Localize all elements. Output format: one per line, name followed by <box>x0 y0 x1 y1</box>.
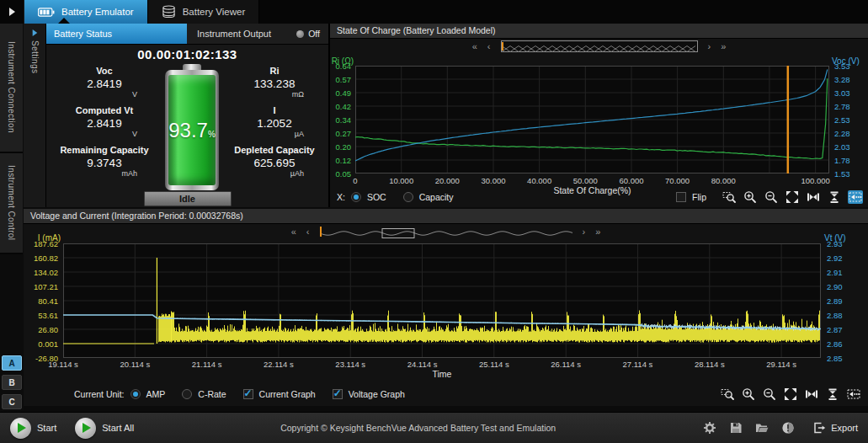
top-tab-bar: Battery Emulator Battery Viewer <box>0 0 868 24</box>
output-toggle[interactable]: Off <box>296 24 328 44</box>
amp-radio-label[interactable]: AMP <box>146 389 166 399</box>
export-button[interactable]: Export <box>812 420 858 435</box>
y-tick-label: 2.78 <box>834 102 850 111</box>
metric-label: Remaining Capacity <box>48 144 161 157</box>
scroll-far-left-icon[interactable] <box>291 227 296 236</box>
y-tick-label: 2.88 <box>827 311 843 320</box>
settings-gear-icon[interactable] <box>702 420 717 435</box>
scroll-right-icon[interactable] <box>583 227 586 236</box>
y-tick-label: 0.49 <box>336 88 352 98</box>
box-zoom-icon[interactable] <box>722 190 737 204</box>
amp-radio[interactable] <box>130 389 141 399</box>
y-tick-label: 26.80 <box>38 325 58 334</box>
soc-overview-box[interactable] <box>501 40 698 52</box>
x-tick-label: 27.114 s <box>623 360 653 369</box>
start-button[interactable]: Start <box>10 418 56 439</box>
metric-voc: Voc 2.8419 V <box>48 65 161 99</box>
soc-controls: X: SOC Capacity Flip <box>337 189 863 205</box>
fit-vertical-icon[interactable] <box>827 190 842 204</box>
soc-radio[interactable] <box>351 192 361 202</box>
fit-horizontal-icon[interactable] <box>806 190 821 204</box>
scroll-right-icon[interactable] <box>708 42 711 51</box>
zoom-in-icon[interactable] <box>743 190 758 204</box>
x-tick-label: 25.114 s <box>479 360 509 369</box>
fit-horizontal-icon[interactable] <box>804 387 819 401</box>
sidebar-item-instrument-connection[interactable]: Instrument Connection <box>0 24 23 153</box>
notifications-icon[interactable] <box>780 420 796 435</box>
metric-label: I <box>221 104 327 117</box>
metric-unit: µAh <box>221 170 327 178</box>
x-tick-label: 20.114 s <box>120 360 150 369</box>
y-tick-label: 0.05 <box>336 169 352 179</box>
x-tick-label: 21.114 s <box>192 360 222 369</box>
auto-scroll-icon[interactable] <box>848 190 863 204</box>
vc-x-axis-title: Time <box>63 369 821 379</box>
x-tick-label: 50.000 <box>573 176 598 185</box>
y-tick-label: 134.02 <box>34 268 58 277</box>
y-tick-label: 2.85 <box>827 354 843 363</box>
vc-plot[interactable] <box>63 243 821 358</box>
metric-value: 1.2052 <box>221 117 327 131</box>
copyright-text: Copyright © Keysight BenchVue Advanced B… <box>134 423 702 433</box>
vc-overview-wave[interactable] <box>320 227 572 237</box>
x-tick-label: 80.000 <box>711 176 736 185</box>
x-tick-label: 22.114 s <box>264 360 294 369</box>
scroll-far-right-icon[interactable] <box>721 42 726 51</box>
metric-label: Depleted Capacity <box>221 144 327 157</box>
zoom-in-icon[interactable] <box>741 387 756 401</box>
save-icon[interactable] <box>728 420 743 435</box>
flip-checkbox-label[interactable]: Flip <box>692 192 706 202</box>
scroll-left-icon[interactable] <box>487 42 491 51</box>
metric-remaining-capacity: Remaining Capacity 9.3743 mAh <box>48 144 161 178</box>
sidebar-item-instrument-control[interactable]: Instrument Control <box>0 153 23 254</box>
fit-all-icon[interactable] <box>785 190 800 204</box>
settings-collapsed-strip[interactable]: Settings <box>24 24 46 207</box>
zoom-out-icon[interactable] <box>762 387 777 401</box>
y-tick-label: 0.34 <box>336 115 352 125</box>
capacity-radio[interactable] <box>403 192 413 202</box>
status-row: Idle <box>46 191 328 207</box>
scroll-far-right-icon[interactable] <box>595 227 600 236</box>
collapse-panel-button[interactable] <box>0 0 24 24</box>
expand-settings-icon <box>32 29 37 36</box>
capacity-radio-label[interactable]: Capacity <box>419 192 454 202</box>
current-graph-label[interactable]: Current Graph <box>259 389 316 399</box>
metrics-left-column: Voc 2.8419 V Computed Vt 2.8419 V Remain… <box>48 65 161 184</box>
metric-value: 2.8419 <box>48 77 161 91</box>
y-tick-label: 53.61 <box>38 311 58 320</box>
open-folder-icon[interactable] <box>754 420 769 435</box>
overview-zigzag <box>502 45 695 53</box>
auto-scroll-icon[interactable] <box>846 387 861 401</box>
soc-plot[interactable] <box>355 66 829 173</box>
flip-checkbox[interactable] <box>676 192 686 202</box>
metric-unit: V <box>48 91 161 99</box>
y-tick-label: 3.03 <box>834 88 850 98</box>
fit-vertical-icon[interactable] <box>825 387 840 401</box>
scroll-left-icon[interactable] <box>306 227 310 236</box>
fit-all-icon[interactable] <box>783 387 798 401</box>
voltage-graph-label[interactable]: Voltage Graph <box>349 389 405 399</box>
y-tick-label: 107.21 <box>34 282 58 291</box>
box-zoom-icon[interactable] <box>720 387 735 401</box>
y-tick-label: 3.28 <box>834 75 850 84</box>
status-badge[interactable]: Idle <box>144 191 232 206</box>
current-graph-checkbox[interactable] <box>243 389 253 399</box>
y-tick-label: 160.82 <box>34 254 58 263</box>
battery-status-tab[interactable]: Battery Status <box>46 24 187 44</box>
left-sidebar: Instrument Connection Instrument Control… <box>0 24 24 413</box>
channel-button-c[interactable]: C <box>2 394 22 409</box>
metric-current: I 1.2052 µA <box>221 104 327 138</box>
tab-battery-emulator[interactable]: Battery Emulator <box>24 0 148 24</box>
tab-battery-viewer[interactable]: Battery Viewer <box>148 0 260 24</box>
zoom-out-icon[interactable] <box>764 190 779 204</box>
c-rate-radio[interactable] <box>182 389 192 399</box>
y-tick-label: 2.92 <box>827 254 843 263</box>
voltage-graph-checkbox[interactable] <box>333 389 343 399</box>
c-rate-radio-label[interactable]: C-Rate <box>198 389 226 399</box>
channel-button-b[interactable]: B <box>2 375 22 390</box>
soc-radio-label[interactable]: SOC <box>367 192 386 202</box>
x-tick-label: 10.000 <box>389 176 413 185</box>
channel-button-a[interactable]: A <box>2 355 22 371</box>
start-all-button[interactable]: Start All <box>75 418 134 439</box>
scroll-far-left-icon[interactable] <box>472 42 477 51</box>
